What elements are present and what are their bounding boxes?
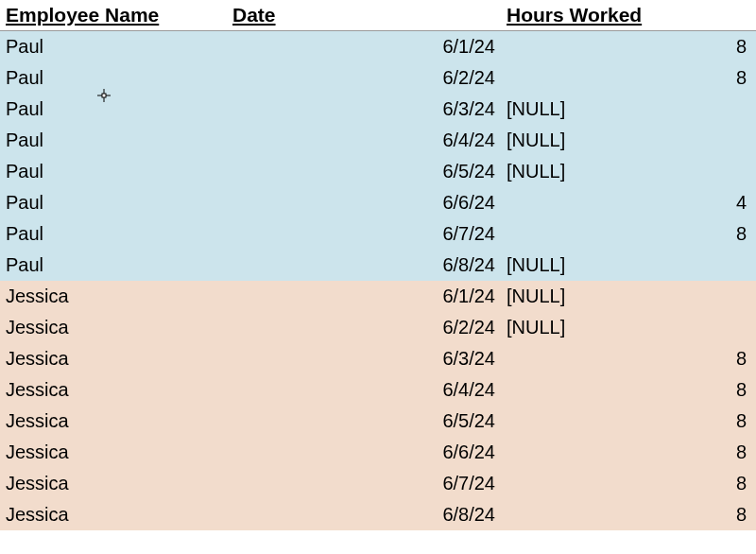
header-date[interactable]: Date	[227, 0, 501, 31]
cell-employee-name[interactable]: Jessica	[0, 406, 227, 437]
cell-date[interactable]: 6/2/24	[227, 62, 501, 94]
cell-spacer	[501, 374, 579, 406]
table-row[interactable]: Paul6/2/248	[0, 62, 756, 94]
cell-spacer	[501, 468, 579, 499]
cell-date[interactable]: 6/8/24	[227, 499, 501, 530]
table-body: Paul6/1/248Paul6/2/248Paul6/3/24[NULL]Pa…	[0, 31, 756, 530]
cell-date[interactable]: 6/3/24	[227, 94, 501, 125]
cell-date[interactable]: 6/2/24	[227, 312, 501, 343]
cell-spacer	[501, 406, 579, 437]
table-row[interactable]: Paul6/8/24[NULL]	[0, 250, 756, 281]
cell-date[interactable]: 6/6/24	[227, 437, 501, 468]
cell-spacer	[501, 218, 579, 250]
table-row[interactable]: Paul6/4/24[NULL]	[0, 125, 756, 156]
cell-hours-worked[interactable]: 8	[579, 468, 756, 499]
table-row[interactable]: Jessica6/1/24[NULL]	[0, 281, 756, 312]
cell-employee-name[interactable]: Paul	[0, 94, 227, 125]
cell-hours-worked[interactable]: 4	[579, 187, 756, 218]
header-hours-worked[interactable]: Hours Worked	[501, 0, 756, 31]
table-header-row: Employee Name Date Hours Worked	[0, 0, 756, 31]
table-row[interactable]: Paul6/3/24[NULL]	[0, 94, 756, 125]
cell-spacer	[501, 343, 579, 374]
cell-date[interactable]: 6/7/24	[227, 468, 501, 499]
cell-hours-worked[interactable]: 8	[579, 499, 756, 530]
cell-date[interactable]: 6/4/24	[227, 125, 501, 156]
table-row[interactable]: Jessica6/6/248	[0, 437, 756, 468]
cell-employee-name[interactable]: Jessica	[0, 499, 227, 530]
cell-date[interactable]: 6/8/24	[227, 250, 501, 281]
cell-employee-name[interactable]: Jessica	[0, 437, 227, 468]
cell-employee-name[interactable]: Jessica	[0, 374, 227, 406]
cell-hours-null[interactable]: [NULL]	[501, 156, 756, 187]
table-row[interactable]: Jessica6/4/248	[0, 374, 756, 406]
cell-hours-null[interactable]: [NULL]	[501, 312, 756, 343]
table-row[interactable]: Paul6/7/248	[0, 218, 756, 250]
table-row[interactable]: Jessica6/5/248	[0, 406, 756, 437]
cell-hours-worked[interactable]: 8	[579, 437, 756, 468]
cell-employee-name[interactable]: Paul	[0, 31, 227, 62]
cell-hours-worked[interactable]: 8	[579, 406, 756, 437]
cell-spacer	[501, 499, 579, 530]
cell-employee-name[interactable]: Paul	[0, 125, 227, 156]
cell-employee-name[interactable]: Paul	[0, 187, 227, 218]
cell-employee-name[interactable]: Jessica	[0, 468, 227, 499]
cell-hours-null[interactable]: [NULL]	[501, 250, 756, 281]
cell-date[interactable]: 6/3/24	[227, 343, 501, 374]
cell-employee-name[interactable]: Paul	[0, 250, 227, 281]
cell-date[interactable]: 6/5/24	[227, 406, 501, 437]
employee-hours-table: Employee Name Date Hours Worked Paul6/1/…	[0, 0, 756, 530]
cell-date[interactable]: 6/7/24	[227, 218, 501, 250]
cell-employee-name[interactable]: Jessica	[0, 312, 227, 343]
table-row[interactable]: Jessica6/2/24[NULL]	[0, 312, 756, 343]
table-row[interactable]: Paul6/6/244	[0, 187, 756, 218]
table-row[interactable]: Paul6/5/24[NULL]	[0, 156, 756, 187]
cell-spacer	[501, 187, 579, 218]
table-row[interactable]: Jessica6/3/248	[0, 343, 756, 374]
cell-hours-worked[interactable]: 8	[579, 31, 756, 62]
cell-hours-null[interactable]: [NULL]	[501, 281, 756, 312]
cell-date[interactable]: 6/6/24	[227, 187, 501, 218]
cell-hours-worked[interactable]: 8	[579, 374, 756, 406]
header-employee-name[interactable]: Employee Name	[0, 0, 227, 31]
cell-employee-name[interactable]: Jessica	[0, 343, 227, 374]
cell-date[interactable]: 6/1/24	[227, 31, 501, 62]
cell-date[interactable]: 6/5/24	[227, 156, 501, 187]
cell-hours-worked[interactable]: 8	[579, 62, 756, 94]
cell-date[interactable]: 6/1/24	[227, 281, 501, 312]
table-row[interactable]: Jessica6/8/248	[0, 499, 756, 530]
cell-date[interactable]: 6/4/24	[227, 374, 501, 406]
cell-employee-name[interactable]: Jessica	[0, 281, 227, 312]
cell-hours-null[interactable]: [NULL]	[501, 125, 756, 156]
table-row[interactable]: Paul6/1/248	[0, 31, 756, 62]
cell-hours-null[interactable]: [NULL]	[501, 94, 756, 125]
table-row[interactable]: Jessica6/7/248	[0, 468, 756, 499]
cell-spacer	[501, 31, 579, 62]
cell-hours-worked[interactable]: 8	[579, 218, 756, 250]
cell-spacer	[501, 437, 579, 468]
cell-employee-name[interactable]: Paul	[0, 156, 227, 187]
cell-spacer	[501, 62, 579, 94]
cell-employee-name[interactable]: Paul	[0, 218, 227, 250]
cell-hours-worked[interactable]: 8	[579, 343, 756, 374]
cell-employee-name[interactable]: Paul	[0, 62, 227, 94]
